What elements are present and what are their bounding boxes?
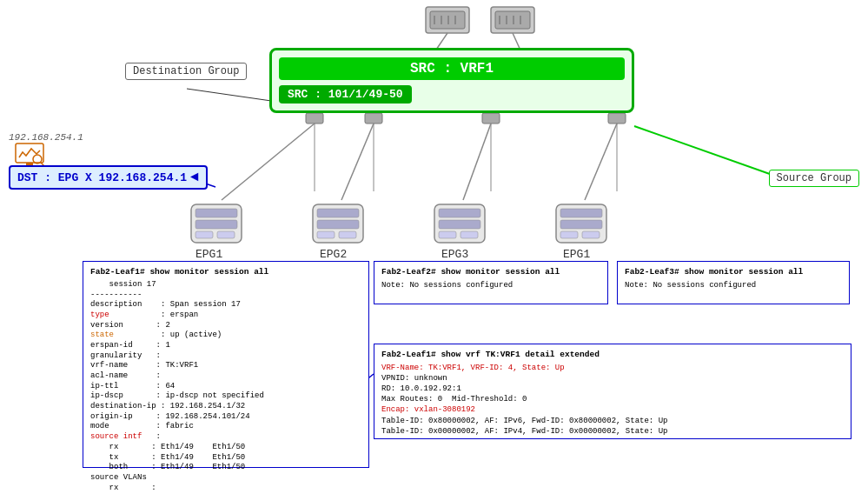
console-fab2-leaf2-body: Note: No sessions configured [381, 280, 600, 290]
svg-point-54 [33, 155, 42, 164]
console-fab2-leaf1-title: Fab2-Leaf1# show monitor session all [90, 267, 361, 278]
console-fab2-leaf3-title: Fab2-Leaf3# show monitor session all [625, 267, 842, 278]
svg-rect-40 [339, 231, 356, 238]
console-fab2-leaf2: Fab2-Leaf2# show monitor session all Not… [374, 261, 608, 304]
arrow-left-icon: ◄ [190, 170, 199, 185]
svg-rect-32 [195, 209, 237, 217]
svg-rect-16 [482, 113, 500, 124]
source-group-label: Source Group [769, 170, 859, 187]
console-fab2-leaf3-body: Note: No sessions configured [625, 280, 842, 290]
src-port-label: SRC : 101/1/49-50 [279, 85, 412, 103]
epg1-label-left: EPG1 [195, 248, 222, 261]
svg-rect-34 [195, 231, 213, 238]
svg-line-20 [463, 124, 491, 200]
svg-line-26 [634, 126, 782, 178]
main-canvas: Destination Group SRC : VRF1 SRC : 101/1… [0, 0, 868, 494]
svg-rect-44 [439, 231, 456, 238]
svg-rect-14 [306, 113, 323, 124]
console-vrf-detail-title: Fab2-Leaf1# show vrf TK:VRF1 detail exte… [381, 350, 844, 361]
svg-rect-42 [439, 209, 480, 217]
svg-rect-48 [560, 220, 602, 229]
svg-rect-37 [317, 209, 359, 217]
svg-rect-50 [582, 231, 600, 238]
dst-epg-box: DST : EPG X 192.168.254.1 ◄ [9, 165, 208, 190]
svg-rect-49 [560, 231, 578, 238]
svg-rect-33 [195, 220, 237, 229]
svg-rect-17 [608, 113, 626, 124]
svg-rect-6 [491, 7, 534, 33]
svg-line-18 [222, 124, 315, 200]
console-fab2-leaf1: Fab2-Leaf1# show monitor session all ses… [83, 261, 369, 468]
svg-line-19 [341, 124, 374, 200]
svg-rect-35 [217, 231, 235, 238]
svg-line-21 [585, 124, 617, 200]
svg-rect-51 [16, 144, 43, 163]
svg-rect-7 [495, 11, 530, 29]
src-vrf-container: SRC : VRF1 SRC : 101/1/49-50 [269, 48, 634, 113]
svg-rect-39 [317, 231, 335, 238]
svg-rect-15 [365, 113, 382, 124]
console-fab2-leaf1-body: session 17 ----------- description : Spa… [90, 280, 361, 494]
svg-rect-31 [191, 204, 242, 243]
dst-epg-text: DST : EPG X 192.168.254.1 [17, 171, 187, 184]
svg-rect-0 [426, 7, 469, 33]
epg3-label: EPG3 [441, 248, 468, 261]
svg-rect-45 [461, 231, 478, 238]
svg-rect-38 [317, 220, 359, 229]
console-vrf-detail: Fab2-Leaf1# show vrf TK:VRF1 detail exte… [374, 344, 851, 439]
src-vrf-label: SRC : VRF1 [279, 57, 625, 80]
svg-rect-36 [313, 204, 363, 243]
svg-rect-46 [556, 204, 606, 243]
epg2-label: EPG2 [320, 248, 347, 261]
ip-label: 192.168.254.1 [9, 132, 83, 143]
svg-rect-47 [560, 209, 602, 217]
console-fab2-leaf3: Fab2-Leaf3# show monitor session all Not… [617, 261, 850, 304]
console-vrf-detail-body: VRF-Name: TK:VRF1, VRF-ID: 4, State: Up … [381, 363, 844, 437]
svg-rect-41 [434, 204, 485, 243]
svg-rect-43 [439, 220, 480, 229]
console-fab2-leaf2-title: Fab2-Leaf2# show monitor session all [381, 267, 600, 278]
svg-rect-1 [430, 11, 465, 29]
epg1-label-right: EPG1 [563, 248, 590, 261]
destination-group-label: Destination Group [125, 63, 247, 80]
